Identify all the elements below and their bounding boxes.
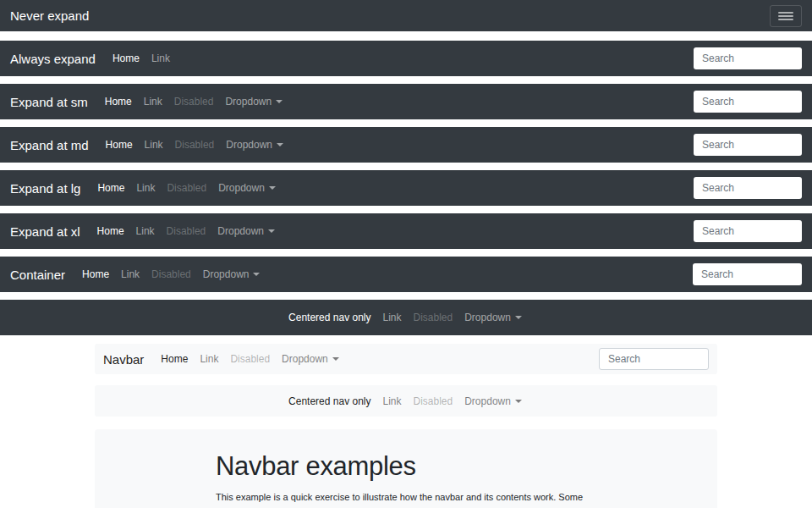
navbar-brand[interactable]: Expand at sm xyxy=(10,95,88,109)
nav-link-link[interactable]: Link xyxy=(377,395,406,407)
nav-link-disabled: Disabled xyxy=(409,395,458,407)
navbar-light: Navbar Home Link Disabled Dropdown xyxy=(95,344,717,374)
navbar-nav: Home Link Disabled Dropdown xyxy=(156,353,345,365)
search-input[interactable] xyxy=(694,91,802,113)
navbar-centered-dark: Centered nav only Link Disabled Dropdown xyxy=(0,300,812,335)
nav-link-link[interactable]: Link xyxy=(139,96,167,108)
navbar-toggler-button[interactable] xyxy=(770,5,802,27)
nav-link-home[interactable]: Home xyxy=(92,182,129,194)
navbar-always-expand: Always expand Home Link xyxy=(0,41,812,76)
nav-link-link[interactable]: Link xyxy=(131,225,160,237)
navbar-nav: Home Link Disabled Dropdown xyxy=(100,96,289,108)
nav-dropdown-toggle[interactable]: Dropdown xyxy=(220,96,288,108)
nav-link-link[interactable]: Link xyxy=(140,139,168,151)
navbar-never-expand: Never expand xyxy=(0,0,812,31)
nav-link-link[interactable]: Link xyxy=(195,353,223,365)
navbar-nav: Home Link Disabled Dropdown xyxy=(92,225,282,237)
navbar-inner-container: Container Home Link Disabled Dropdown xyxy=(10,263,802,285)
navbar-nav: Home Link Disabled Dropdown xyxy=(101,139,290,151)
nav-link-disabled: Disabled xyxy=(225,353,275,365)
navbar-brand[interactable]: Expand at lg xyxy=(10,181,80,196)
navbar-nav: Home Link Disabled Dropdown xyxy=(92,182,282,194)
navbar-brand[interactable]: Never expand xyxy=(10,8,89,23)
navbar-container: Container Home Link Disabled Dropdown xyxy=(0,257,812,292)
nav-link-home[interactable]: Home xyxy=(107,52,145,64)
nav-link-link[interactable]: Link xyxy=(131,182,160,194)
nav-link-home[interactable]: Home xyxy=(77,268,114,280)
nav-dropdown-toggle[interactable]: Dropdown xyxy=(277,353,344,365)
navbar-expand-at-md: Expand at md Home Link Disabled Dropdown xyxy=(0,127,812,163)
search-input[interactable] xyxy=(693,263,802,285)
nav-link-centered-nav-only[interactable]: Centered nav only xyxy=(283,312,376,323)
navbar-nav: Centered nav only Link Disabled Dropdown xyxy=(283,395,529,407)
caret-down-icon xyxy=(269,186,276,190)
caret-down-icon xyxy=(277,143,283,146)
nav-link-centered-nav-only[interactable]: Centered nav only xyxy=(283,395,376,407)
search-input[interactable] xyxy=(694,220,802,242)
nav-link-link[interactable]: Link xyxy=(116,268,145,280)
navbar-nav: Centered nav only Link Disabled Dropdown xyxy=(283,312,529,323)
nav-link-disabled: Disabled xyxy=(162,225,211,237)
content-container: Navbar Home Link Disabled Dropdown Cente… xyxy=(95,344,717,508)
search-input[interactable] xyxy=(599,348,709,370)
search-input[interactable] xyxy=(694,47,802,69)
nav-dropdown-toggle[interactable]: Dropdown xyxy=(459,312,527,323)
intro-text-before: This example is a quick exercise to illu… xyxy=(216,492,583,508)
navbar-brand[interactable]: Expand at md xyxy=(10,138,89,152)
navbar-centered-light: Centered nav only Link Disabled Dropdown xyxy=(95,385,717,417)
caret-down-icon xyxy=(332,357,339,361)
navbar-nav: Home Link Disabled Dropdown xyxy=(77,268,266,280)
nav-link-disabled: Disabled xyxy=(170,139,220,151)
nav-link-disabled: Disabled xyxy=(146,268,196,280)
navbar-expand-at-xl: Expand at xl Home Link Disabled Dropdown xyxy=(0,213,812,249)
caret-down-icon xyxy=(268,229,275,233)
page-title: Navbar examples xyxy=(216,451,596,482)
navbar-expand-at-lg: Expand at lg Home Link Disabled Dropdown xyxy=(0,170,812,206)
caret-down-icon xyxy=(276,100,283,103)
navbar-brand[interactable]: Navbar xyxy=(103,352,144,367)
nav-link-disabled: Disabled xyxy=(409,312,458,323)
jumbotron: Navbar examples This example is a quick … xyxy=(95,429,717,508)
navbar-brand[interactable]: Expand at xl xyxy=(10,224,80,239)
hamburger-icon xyxy=(778,10,793,22)
nav-dropdown-toggle[interactable]: Dropdown xyxy=(198,268,266,280)
nav-dropdown-toggle[interactable]: Dropdown xyxy=(212,225,280,237)
caret-down-icon xyxy=(253,273,260,276)
nav-link-home[interactable]: Home xyxy=(101,139,138,151)
caret-down-icon xyxy=(515,400,522,403)
nav-dropdown-toggle[interactable]: Dropdown xyxy=(459,395,527,407)
nav-link-disabled: Disabled xyxy=(169,96,219,108)
nav-link-link[interactable]: Link xyxy=(377,312,406,323)
caret-down-icon xyxy=(515,316,522,319)
navbar-nav: Home Link xyxy=(107,52,177,64)
nav-link-home[interactable]: Home xyxy=(100,96,137,108)
nav-link-link[interactable]: Link xyxy=(146,52,175,64)
intro-paragraph: This example is a quick exercise to illu… xyxy=(216,490,596,508)
navbar-expand-at-sm: Expand at sm Home Link Disabled Dropdown xyxy=(0,84,812,119)
nav-dropdown-toggle[interactable]: Dropdown xyxy=(213,182,281,194)
nav-dropdown-toggle[interactable]: Dropdown xyxy=(221,139,288,151)
navbar-brand[interactable]: Always expand xyxy=(10,52,96,66)
nav-link-home[interactable]: Home xyxy=(92,225,129,237)
jumbotron-inner: Navbar examples This example is a quick … xyxy=(216,451,596,508)
search-input[interactable] xyxy=(694,134,802,156)
nav-link-home[interactable]: Home xyxy=(156,353,193,365)
navbar-brand[interactable]: Container xyxy=(10,268,65,282)
search-input[interactable] xyxy=(694,177,802,199)
nav-link-disabled: Disabled xyxy=(162,182,211,194)
